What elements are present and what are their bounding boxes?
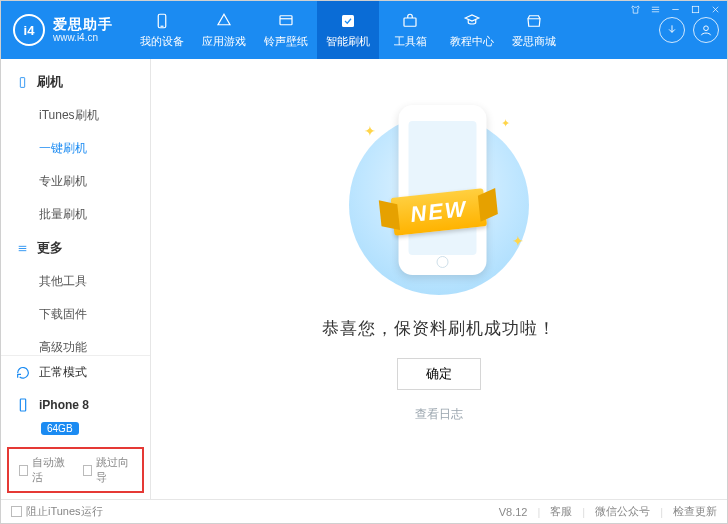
- minimize-button[interactable]: [668, 2, 682, 16]
- main-content: ✦ ✦ ✦ NEW 恭喜您，保资料刷机成功啦！ 确定 查看日志: [151, 59, 727, 499]
- flash-icon: [338, 11, 358, 31]
- checkbox-block-itunes[interactable]: 阻止iTunes运行: [11, 504, 103, 519]
- nav-label: 应用游戏: [202, 34, 246, 49]
- brand-name: 爱思助手: [53, 17, 113, 32]
- store-icon: [524, 11, 544, 31]
- nav-label: 工具箱: [394, 34, 427, 49]
- svg-rect-3: [342, 15, 354, 27]
- apps-icon: [214, 11, 234, 31]
- footer: 阻止iTunes运行 V8.12 | 客服 | 微信公众号 | 检查更新: [1, 499, 727, 523]
- checkbox-icon: [11, 506, 22, 517]
- nav-label: 教程中心: [450, 34, 494, 49]
- skin-button[interactable]: [628, 2, 642, 16]
- brand-url: www.i4.cn: [53, 32, 113, 43]
- top-nav: 我的设备 应用游戏 铃声壁纸 智能刷机 工具箱 教程中心: [131, 1, 565, 59]
- ok-button[interactable]: 确定: [397, 358, 481, 390]
- svg-rect-4: [404, 18, 416, 26]
- tutorial-icon: [462, 11, 482, 31]
- device-icon: [152, 11, 172, 31]
- capacity-badge: 64GB: [41, 422, 79, 435]
- check-update-link[interactable]: 检查更新: [673, 504, 717, 519]
- svg-rect-10: [692, 6, 698, 12]
- phone-icon: [15, 397, 31, 413]
- checkbox-skip-guide[interactable]: 跳过向导: [83, 455, 133, 485]
- nav-label: 智能刷机: [326, 34, 370, 49]
- nav-ringtones[interactable]: 铃声壁纸: [255, 1, 317, 59]
- sidebar-group-title: 更多: [37, 239, 63, 257]
- refresh-icon: [15, 365, 31, 381]
- media-icon: [276, 11, 296, 31]
- flash-options-highlight: 自动激活 跳过向导: [7, 447, 144, 493]
- nav-apps[interactable]: 应用游戏: [193, 1, 255, 59]
- sidebar-item-oneclick-flash[interactable]: 一键刷机: [1, 132, 150, 165]
- success-message: 恭喜您，保资料刷机成功啦！: [322, 317, 556, 340]
- sidebar-item-other-tools[interactable]: 其他工具: [1, 265, 150, 298]
- user-button[interactable]: [693, 17, 719, 43]
- close-button[interactable]: [708, 2, 722, 16]
- download-button[interactable]: [659, 17, 685, 43]
- device-name: iPhone 8: [39, 398, 89, 412]
- checkbox-icon: [19, 465, 28, 476]
- nav-label: 铃声壁纸: [264, 34, 308, 49]
- brand-logo-icon: i4: [13, 14, 45, 46]
- toolbox-icon: [400, 11, 420, 31]
- maximize-button[interactable]: [688, 2, 702, 16]
- checkbox-label: 阻止iTunes运行: [26, 504, 103, 519]
- nav-my-device[interactable]: 我的设备: [131, 1, 193, 59]
- more-icon: [15, 241, 29, 255]
- sidebar-item-advanced[interactable]: 高级功能: [1, 331, 150, 355]
- device-info[interactable]: iPhone 8 64GB: [1, 389, 150, 443]
- sidebar-item-download-firmware[interactable]: 下载固件: [1, 298, 150, 331]
- wechat-link[interactable]: 微信公众号: [595, 504, 650, 519]
- nav-toolbox[interactable]: 工具箱: [379, 1, 441, 59]
- mode-label: 正常模式: [39, 364, 87, 381]
- phone-small-icon: [15, 75, 29, 89]
- success-illustration: ✦ ✦ ✦ NEW: [324, 95, 554, 295]
- nav-store[interactable]: 爱思商城: [503, 1, 565, 59]
- device-mode[interactable]: 正常模式: [1, 356, 150, 389]
- nav-flash[interactable]: 智能刷机: [317, 1, 379, 59]
- menu-button[interactable]: [648, 2, 662, 16]
- sparkle-icon: ✦: [512, 233, 524, 249]
- checkbox-icon: [83, 465, 92, 476]
- checkbox-auto-activate[interactable]: 自动激活: [19, 455, 69, 485]
- sparkle-icon: ✦: [501, 117, 510, 130]
- version-label: V8.12: [499, 506, 528, 518]
- header: i4 爱思助手 www.i4.cn 我的设备 应用游戏 铃声壁纸 智能刷机: [1, 1, 727, 59]
- sparkle-icon: ✦: [364, 123, 376, 139]
- view-log-link[interactable]: 查看日志: [415, 406, 463, 423]
- sidebar-item-itunes-flash[interactable]: iTunes刷机: [1, 99, 150, 132]
- sidebar-group-more[interactable]: 更多: [1, 231, 150, 265]
- svg-rect-17: [20, 399, 25, 411]
- support-link[interactable]: 客服: [550, 504, 572, 519]
- brand: i4 爱思助手 www.i4.cn: [1, 1, 125, 59]
- nav-label: 我的设备: [140, 34, 184, 49]
- checkbox-label: 自动激活: [32, 455, 68, 485]
- nav-label: 爱思商城: [512, 34, 556, 49]
- sidebar-item-pro-flash[interactable]: 专业刷机: [1, 165, 150, 198]
- svg-rect-2: [280, 16, 292, 25]
- sidebar-item-batch-flash[interactable]: 批量刷机: [1, 198, 150, 231]
- sidebar-group-title: 刷机: [37, 73, 63, 91]
- svg-point-5: [704, 26, 709, 31]
- sidebar-group-flash[interactable]: 刷机: [1, 65, 150, 99]
- checkbox-label: 跳过向导: [96, 455, 132, 485]
- svg-rect-13: [20, 77, 24, 87]
- nav-tutorials[interactable]: 教程中心: [441, 1, 503, 59]
- sidebar: 刷机 iTunes刷机 一键刷机 专业刷机 批量刷机 更多 其他工具 下载固件 …: [1, 59, 151, 499]
